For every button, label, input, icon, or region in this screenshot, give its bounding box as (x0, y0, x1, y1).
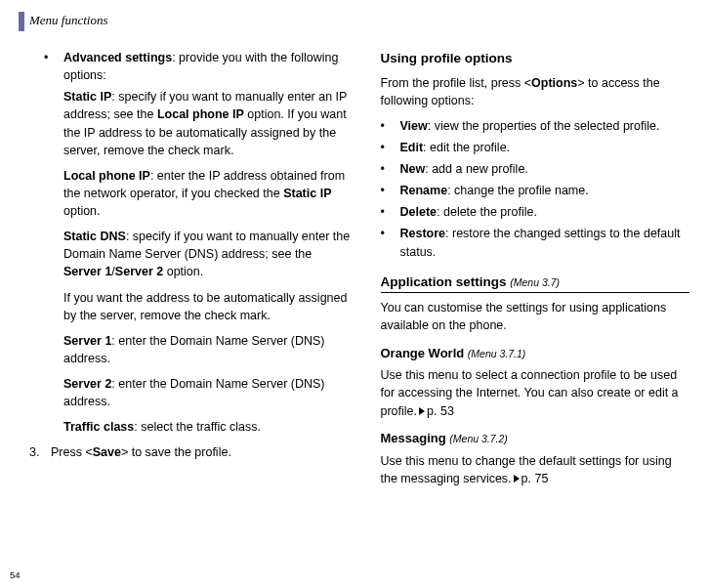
term-text: : edit the profile. (423, 141, 510, 154)
term-label: Server 1 (63, 334, 111, 348)
term-text: : change the profile name. (447, 184, 589, 197)
menu-reference: (Menu 3.7.2) (449, 433, 508, 444)
sub-item: Static IP: specify if you want to manual… (63, 88, 354, 159)
bullet-icon: • (381, 203, 400, 221)
body-text: > to save the profile. (121, 445, 231, 459)
list-item: • New: add a new profile. (381, 160, 690, 178)
subsection-title: Messaging (381, 431, 450, 445)
menu-reference: (Menu 3.7) (510, 276, 560, 288)
body-text: Delete: delete the profile. (400, 203, 690, 221)
ref-label: Static IP (283, 187, 331, 200)
ref-label: Server 1 (63, 265, 111, 278)
term-text: option. (63, 204, 101, 218)
term-label: Static DNS (63, 230, 126, 243)
menu-reference: (Menu 3.7.1) (468, 348, 526, 359)
list-item: • Advanced settings: provide you with th… (44, 49, 354, 84)
bullet-icon: • (381, 182, 400, 199)
body-text: Advanced settings: provide you with the … (63, 49, 354, 84)
term-text: : delete the profile. (437, 205, 537, 219)
bullet-icon: • (381, 117, 400, 135)
body-text: Edit: edit the profile. (400, 139, 690, 156)
section-title: Application settings (381, 274, 511, 289)
sub-item: Server 2: enter the Domain Name Server (… (63, 375, 354, 410)
term-label: Server 2 (63, 377, 111, 391)
body-text: Use this menu to change the default sett… (381, 452, 690, 487)
term-label: Delete (400, 205, 438, 219)
term-label: Rename (400, 184, 448, 197)
body-text: View: view the properties of the selecte… (400, 117, 690, 135)
step-item: 3. Press <Save> to save the profile. (29, 443, 354, 461)
subsection-title: Orange World (381, 346, 468, 360)
sub-item: Server 1: enter the Domain Name Server (… (63, 332, 354, 367)
step-text: Press <Save> to save the profile. (51, 443, 231, 461)
list-item: • Edit: edit the profile. (381, 139, 690, 156)
term-text: : select the traffic class. (134, 420, 261, 434)
body-text: Use this menu to select a connection pro… (381, 368, 679, 417)
bullet-icon: • (381, 160, 400, 178)
list-item: • View: view the properties of the selec… (381, 117, 690, 135)
bullet-icon: • (44, 49, 63, 84)
body-text: Rename: change the profile name. (400, 182, 690, 199)
term-text: : view the properties of the selected pr… (428, 119, 660, 133)
body-text: From the profile list, press <Options> t… (381, 74, 690, 109)
softkey-label: Options (531, 76, 577, 90)
section-heading: Using profile options (381, 49, 690, 68)
page-ref: p. 75 (521, 472, 549, 485)
subsection-heading: Messaging (Menu 3.7.2) (381, 430, 690, 448)
body-text: You can customise the settings for using… (381, 299, 690, 334)
list-item: • Restore: restore the changed settings … (381, 225, 690, 260)
triangle-right-icon (514, 475, 520, 483)
right-column: Using profile options From the profile l… (381, 49, 690, 551)
sub-item: If you want the address to be automatica… (63, 289, 354, 324)
section-heading-underlined: Application settings (Menu 3.7) (381, 273, 690, 294)
sub-item: Local phone IP: enter the IP address obt… (63, 167, 354, 220)
sub-item: Traffic class: select the traffic class. (63, 418, 354, 436)
header-accent-bar (19, 12, 24, 31)
term-label: New (400, 162, 426, 176)
subsection-heading: Orange World (Menu 3.7.1) (381, 345, 690, 363)
term-text: : add a new profile. (425, 162, 528, 176)
body-text: From the profile list, press < (381, 76, 532, 90)
term-label: Advanced settings (63, 51, 172, 64)
body-text: New: add a new profile. (400, 160, 690, 178)
list-item: • Delete: delete the profile. (381, 203, 690, 221)
page-ref: p. 53 (427, 404, 454, 418)
term-label: View (400, 119, 428, 133)
softkey-label: Save (93, 445, 121, 459)
bullet-icon: • (381, 225, 400, 260)
term-label: Traffic class (63, 420, 134, 434)
list-item: • Rename: change the profile name. (381, 182, 690, 199)
bullet-icon: • (381, 139, 400, 156)
term-label: Local phone IP (63, 169, 150, 183)
ref-label: Local phone IP (157, 107, 244, 121)
sub-item: Static DNS: specify if you want to manua… (63, 228, 354, 280)
body-text: Press < (51, 445, 93, 459)
term-label: Edit (400, 141, 424, 154)
content-columns: • Advanced settings: provide you with th… (44, 49, 689, 551)
body-text: Use this menu to select a connection pro… (381, 366, 690, 419)
step-number: 3. (29, 443, 51, 461)
left-column: • Advanced settings: provide you with th… (44, 49, 354, 551)
triangle-right-icon (419, 407, 425, 415)
term-label: Restore (400, 227, 446, 240)
ref-label: Server 2 (115, 265, 163, 278)
page-number: 54 (10, 569, 21, 580)
body-text: Restore: restore the changed settings to… (400, 225, 690, 260)
page-header: Menu functions (29, 13, 108, 28)
term-text: option. (163, 265, 203, 278)
term-label: Static IP (63, 90, 111, 104)
